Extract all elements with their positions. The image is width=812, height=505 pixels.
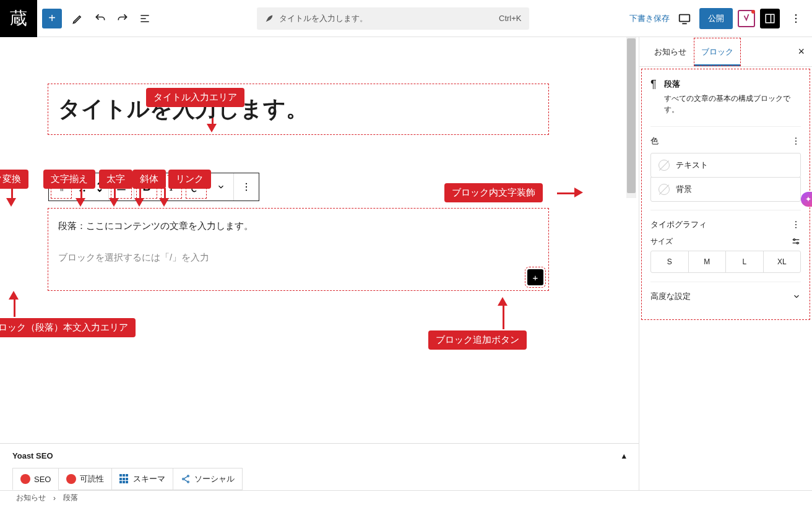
svg-point-18 <box>795 224 797 225</box>
annotation-italic: 斜体 <box>132 170 166 189</box>
svg-point-14 <box>795 137 797 139</box>
top-toolbar: 蔵 + タイトルを入力します。 Ctrl+K 下書き保存 公開 <box>0 0 812 37</box>
yoast-tab-social[interactable]: ソーシャル <box>173 468 243 490</box>
background-color-label: 背景 <box>676 184 692 195</box>
editor-column: タイトル入力エリア タイトルを入力します。 ブロック変換 文字揃え 太字 斜体 … <box>0 37 639 490</box>
background-color-swatch <box>659 184 670 195</box>
text-color-row[interactable]: テキスト <box>650 153 801 178</box>
redo-icon[interactable] <box>111 7 134 30</box>
sidebar-body: ¶ 段落 すべての文章の基本の構成ブロックです。 色 テキスト 背景 タイポグラ… <box>641 68 811 321</box>
size-m[interactable]: M <box>689 251 727 272</box>
tab-block[interactable]: ブロック <box>694 38 741 66</box>
svg-point-24 <box>188 481 189 483</box>
svg-point-2 <box>795 14 797 15</box>
paragraph-block-area[interactable]: 段落：ここにコンテンツの文章を入力します。 ブロックを選択するには「/」を入力 … <box>48 209 548 290</box>
title-input-area[interactable]: タイトルを入力します。 <box>48 84 548 134</box>
size-settings-icon[interactable] <box>791 236 801 246</box>
publish-button[interactable]: 公開 <box>699 8 733 29</box>
svg-point-23 <box>183 478 184 480</box>
breadcrumb-separator: › <box>53 494 56 503</box>
svg-point-11 <box>246 183 247 184</box>
svg-point-4 <box>795 21 797 23</box>
paragraph-text[interactable]: 段落：ここにコンテンツの文章を入力します。 <box>58 217 538 234</box>
edit-icon[interactable] <box>67 7 89 30</box>
ai-assist-icon[interactable]: ✦ <box>801 192 812 207</box>
block-name: 段落 <box>664 78 801 90</box>
close-sidebar-icon[interactable]: × <box>798 45 805 58</box>
yoast-tab-readability[interactable]: 可読性 <box>58 468 112 490</box>
site-logo[interactable]: 蔵 <box>0 0 37 37</box>
size-xl[interactable]: XL <box>764 251 801 272</box>
sad-face-icon <box>20 474 30 484</box>
feather-icon <box>264 14 274 24</box>
color-heading: 色 <box>650 136 659 147</box>
more-options-icon[interactable] <box>785 7 807 30</box>
sad-face-icon <box>66 474 76 484</box>
block-info: ¶ 段落 すべての文章の基本の構成ブロックです。 <box>650 78 801 115</box>
keyboard-shortcut: Ctrl+K <box>499 14 521 23</box>
yoast-tab-seo[interactable]: SEO <box>12 468 59 490</box>
annotation-title-area: タイトル入力エリア <box>146 88 244 107</box>
chevron-down-icon <box>792 292 801 301</box>
svg-point-13 <box>246 189 247 191</box>
annotation-link: リンク <box>168 170 211 189</box>
tab-post[interactable]: お知らせ <box>647 38 694 66</box>
color-options-icon[interactable] <box>791 136 801 146</box>
settings-sidebar-toggle[interactable] <box>760 9 780 28</box>
yoast-schema-label: スキーマ <box>133 473 165 485</box>
yoast-social-label: ソーシャル <box>194 473 235 485</box>
text-color-label: テキスト <box>676 160 708 171</box>
more-formatting-icon[interactable] <box>209 173 233 201</box>
grid-icon <box>119 474 129 484</box>
preview-icon[interactable] <box>675 9 694 28</box>
annotation-text-align: 文字揃え <box>43 170 95 189</box>
yoast-tab-schema[interactable]: スキーマ <box>111 468 173 490</box>
share-icon <box>181 474 191 484</box>
document-title-field[interactable]: タイトルを入力します。 Ctrl+K <box>257 7 529 30</box>
size-l[interactable]: L <box>726 251 764 272</box>
collapse-icon: ▴ <box>622 451 626 460</box>
svg-point-22 <box>188 475 189 477</box>
block-description: すべての文章の基本の構成ブロックです。 <box>664 93 801 115</box>
annotation-paragraph-area: ブロック（段落）本文入力エリア <box>0 318 136 337</box>
advanced-label: 高度な設定 <box>650 291 691 302</box>
block-more-options-icon[interactable] <box>234 173 259 201</box>
yoast-panel-header[interactable]: Yoast SEO ▴ <box>0 444 639 468</box>
size-buttons: S M L XL <box>650 251 801 273</box>
typography-section: タイポグラフィ サイズ S M L XL <box>650 210 801 282</box>
svg-point-10 <box>84 190 85 192</box>
sidebar-tabs: お知らせ ブロック × <box>639 37 812 67</box>
breadcrumb-root[interactable]: お知らせ <box>16 493 46 503</box>
add-block-toolbar-button[interactable]: + <box>42 9 62 28</box>
color-section: 色 テキスト 背景 <box>650 126 801 210</box>
paragraph-icon: ¶ <box>650 78 657 115</box>
document-outline-icon[interactable] <box>134 7 156 30</box>
save-draft-link[interactable]: 下書き保存 <box>629 13 670 24</box>
undo-icon[interactable] <box>89 7 111 30</box>
typography-options-icon[interactable] <box>791 220 801 230</box>
background-color-row[interactable]: 背景 <box>650 177 801 202</box>
annotation-block-decoration: ブロック内文字装飾 <box>444 183 543 202</box>
svg-rect-0 <box>680 14 690 21</box>
svg-point-21 <box>797 242 798 244</box>
breadcrumb-current[interactable]: 段落 <box>63 493 78 503</box>
yoast-readability-label: 可読性 <box>80 473 104 485</box>
svg-point-17 <box>795 221 797 222</box>
size-label: サイズ <box>650 236 673 247</box>
svg-point-12 <box>246 186 247 188</box>
yoast-title: Yoast SEO <box>12 451 53 460</box>
yoast-panel: Yoast SEO ▴ SEO 可読性 スキーマ ソーシャル <box>0 443 639 490</box>
advanced-settings-toggle[interactable]: 高度な設定 <box>650 282 801 311</box>
annotation-bold: 太字 <box>99 170 132 189</box>
settings-sidebar: お知らせ ブロック × ¶ 段落 すべての文章の基本の構成ブロックです。 色 テ… <box>639 37 812 490</box>
annotation-block-transform: ブロック変換 <box>0 170 28 189</box>
breadcrumb: お知らせ › 段落 <box>0 490 812 505</box>
size-s[interactable]: S <box>651 251 689 272</box>
svg-point-3 <box>795 17 797 19</box>
inline-add-block-button[interactable]: + <box>527 269 543 285</box>
svg-rect-1 <box>766 14 774 23</box>
yoast-icon[interactable] <box>738 10 755 27</box>
svg-point-15 <box>795 140 797 142</box>
block-placeholder[interactable]: ブロックを選択するには「/」を入力 <box>58 249 538 265</box>
title-placeholder-text: タイトルを入力します。 <box>279 13 368 24</box>
